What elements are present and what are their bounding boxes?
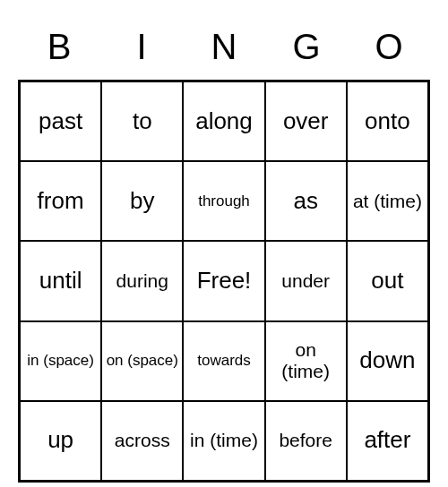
bingo-cell[interactable]: across xyxy=(101,401,183,481)
bingo-header-row: B I N G O xyxy=(18,18,430,80)
bingo-cell[interactable]: up xyxy=(20,401,101,481)
bingo-cell[interactable]: in (time) xyxy=(183,401,264,481)
bingo-cell[interactable]: by xyxy=(101,161,183,241)
bingo-cell[interactable]: out xyxy=(347,241,428,320)
bingo-cell[interactable]: before xyxy=(265,401,347,481)
bingo-cell[interactable]: under xyxy=(265,241,347,320)
bingo-grid: past to along over onto from by through … xyxy=(18,80,430,483)
bingo-cell[interactable]: in (space) xyxy=(20,321,101,401)
header-i: I xyxy=(100,18,183,80)
bingo-cell[interactable]: towards xyxy=(183,321,264,401)
header-g: G xyxy=(265,18,348,80)
bingo-card: B I N G O past to along over onto from b… xyxy=(18,18,430,483)
bingo-cell[interactable]: on (space) xyxy=(101,321,183,401)
bingo-cell[interactable]: along xyxy=(183,81,264,161)
header-b: B xyxy=(18,18,100,80)
bingo-cell[interactable]: after xyxy=(347,401,428,481)
bingo-cell[interactable]: on (time) xyxy=(265,321,347,401)
bingo-cell[interactable]: to xyxy=(101,81,183,161)
header-n: N xyxy=(183,18,265,80)
bingo-cell[interactable]: past xyxy=(20,81,101,161)
bingo-cell[interactable]: onto xyxy=(347,81,428,161)
bingo-cell[interactable]: through xyxy=(183,161,264,241)
bingo-cell-free[interactable]: Free! xyxy=(183,241,264,320)
bingo-cell[interactable]: during xyxy=(101,241,183,320)
bingo-cell[interactable]: until xyxy=(20,241,101,320)
header-o: O xyxy=(348,18,430,80)
bingo-cell[interactable]: over xyxy=(265,81,347,161)
bingo-cell[interactable]: down xyxy=(347,321,428,401)
bingo-cell[interactable]: from xyxy=(20,161,101,241)
bingo-cell[interactable]: as xyxy=(265,161,347,241)
bingo-cell[interactable]: at (time) xyxy=(347,161,428,241)
